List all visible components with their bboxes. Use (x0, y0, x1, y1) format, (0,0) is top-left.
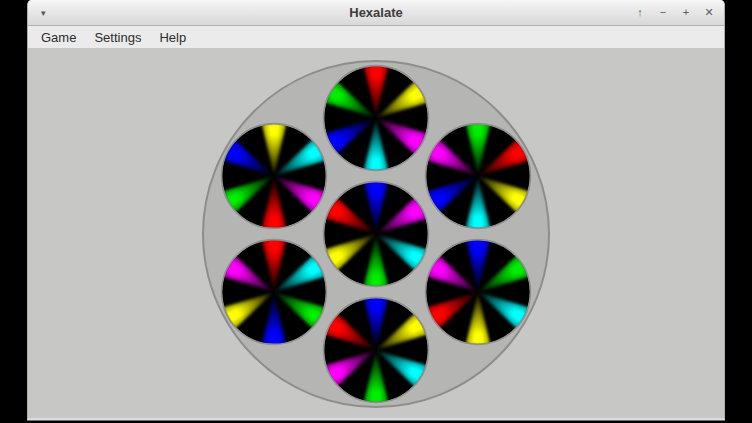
color-wheel (424, 238, 532, 346)
maximize-icon: + (683, 7, 689, 18)
color-wheel (424, 122, 532, 230)
color-wheel (322, 64, 430, 172)
color-wheel (322, 180, 430, 288)
minimize-icon: − (660, 7, 666, 18)
game-canvas (28, 48, 724, 418)
window-title: Hexalate (28, 0, 724, 25)
menu-help[interactable]: Help (150, 28, 195, 47)
color-wheel (322, 296, 430, 404)
disc-bottom-right[interactable] (424, 238, 532, 346)
shade-icon: ↑ (637, 7, 643, 18)
menu-game[interactable]: Game (32, 28, 85, 47)
close-button[interactable]: ✕ (702, 5, 716, 20)
disc-bottom[interactable] (322, 296, 430, 404)
disc-center[interactable] (322, 180, 430, 288)
disc-top-right[interactable] (424, 122, 532, 230)
menu-settings[interactable]: Settings (85, 28, 150, 47)
color-wheel (220, 122, 328, 230)
app-window: ▾ Hexalate ↑ − + ✕ Game Settings Help (27, 0, 725, 420)
close-icon: ✕ (704, 7, 713, 18)
disc-top[interactable] (322, 64, 430, 172)
color-wheel (220, 238, 328, 346)
disc-top-left[interactable] (220, 122, 328, 230)
disc-bottom-left[interactable] (220, 238, 328, 346)
titlebar[interactable]: ▾ Hexalate ↑ − + ✕ (28, 0, 724, 26)
shade-button[interactable]: ↑ (633, 5, 647, 20)
menubar: Game Settings Help (28, 26, 724, 49)
window-controls: ↑ − + ✕ (633, 0, 716, 25)
minimize-button[interactable]: − (656, 5, 670, 20)
maximize-button[interactable]: + (679, 5, 693, 20)
